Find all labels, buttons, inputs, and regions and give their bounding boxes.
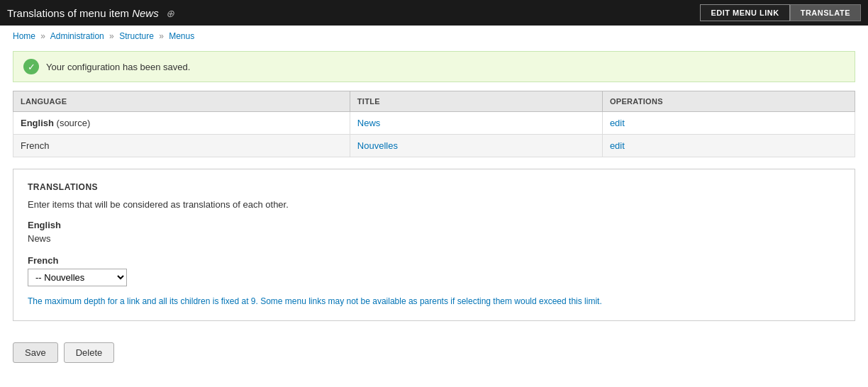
row-english-title: News [350,112,602,135]
english-label: English [21,118,54,128]
col-operations: OPERATIONS [602,91,855,112]
english-title-link[interactable]: News [357,118,381,128]
english-edit-link[interactable]: edit [610,118,625,128]
save-button[interactable]: Save [13,342,58,363]
page-title: Translations of menu item News ⊕ [7,7,174,19]
french-section: French -- Nouvelles [28,255,840,286]
table-row: English (source) News edit [13,112,855,135]
translations-heading: Translations [28,182,840,192]
status-text: Your configuration has been saved. [46,62,190,72]
translations-box: Translations Enter items that will be co… [13,169,855,321]
delete-button[interactable]: Delete [64,342,115,363]
row-french-title: Nouvelles [350,135,602,157]
check-icon: ✓ [23,59,39,74]
breadcrumb-home[interactable]: Home [13,31,35,41]
title-item: News [132,7,159,19]
help-text: The maximum depth for a link and all its… [28,295,840,308]
english-section-value: News [28,233,840,244]
edit-menu-link-button[interactable]: Edit Menu Link [700,4,789,21]
french-select[interactable]: -- Nouvelles [28,269,127,286]
row-french-language: French [13,135,350,157]
row-english-ops: edit [602,112,855,135]
row-french-ops: edit [602,135,855,157]
translations-table: LANGUAGE TITLE OPERATIONS English (sourc… [13,91,855,157]
shortcut-icon[interactable]: ⊕ [166,8,174,19]
table-row: French Nouvelles edit [13,135,855,157]
french-section-label: French [28,255,840,266]
top-bar: Translations of menu item News ⊕ Edit Me… [0,0,868,26]
french-title-link[interactable]: Nouvelles [357,140,398,151]
breadcrumb-sep-1: » [40,31,45,41]
breadcrumb: Home » Administration » Structure » Menu… [0,26,868,47]
breadcrumb-sep-3: » [159,31,164,41]
translate-button[interactable]: Translate [790,4,861,21]
breadcrumb-menus[interactable]: Menus [169,31,194,41]
status-message: ✓ Your configuration has been saved. [13,51,855,82]
breadcrumb-structure[interactable]: Structure [119,31,154,41]
col-language: LANGUAGE [13,91,350,112]
french-edit-link[interactable]: edit [610,140,625,151]
translations-description: Enter items that will be considered as t… [28,199,840,210]
col-title: TITLE [350,91,602,112]
form-actions: Save Delete [0,335,868,370]
breadcrumb-administration[interactable]: Administration [50,31,104,41]
row-english-language: English (source) [13,112,350,135]
breadcrumb-sep-2: » [109,31,114,41]
top-bar-actions: Edit Menu Link Translate [700,4,861,21]
english-section-label: English [28,220,840,230]
title-prefix: Translations of menu item [7,7,132,19]
main-content: LANGUAGE TITLE OPERATIONS English (sourc… [0,91,868,321]
